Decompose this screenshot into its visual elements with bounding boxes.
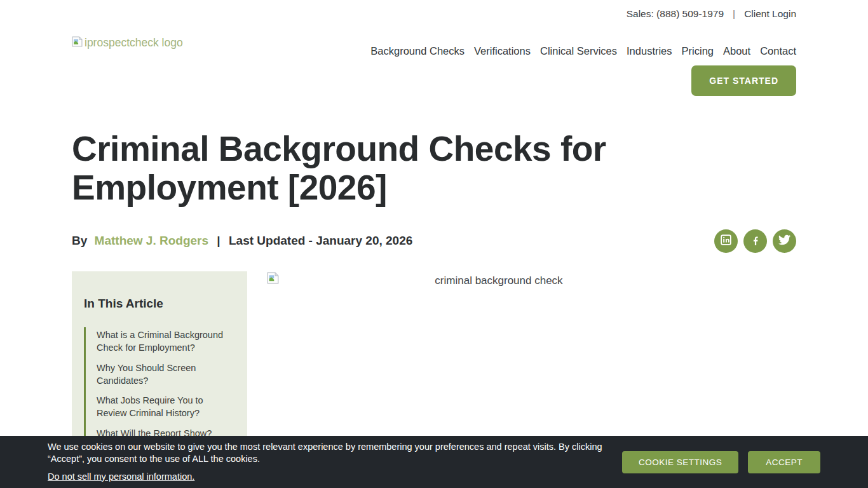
linkedin-icon: [720, 234, 732, 248]
nav-item-pricing[interactable]: Pricing: [682, 45, 714, 57]
toc-item: Why You Should Screen Candidates?: [97, 362, 233, 388]
hero-image-alt-text: criminal background check: [267, 271, 731, 287]
nav-item-clinical-services[interactable]: Clinical Services: [540, 45, 617, 57]
twitter-icon: [778, 234, 790, 248]
client-login-link[interactable]: Client Login: [744, 8, 796, 20]
broken-image-icon: [72, 36, 83, 50]
nav-item-about[interactable]: About: [723, 45, 750, 57]
nav-item-verifications[interactable]: Verifications: [474, 45, 531, 57]
page-title: Criminal Background Checks for Employmen…: [72, 130, 701, 207]
do-not-sell-link[interactable]: Do not sell my personal information.: [48, 471, 194, 483]
facebook-icon: [749, 234, 762, 248]
article: Criminal Background Checks for Employmen…: [0, 130, 868, 488]
toc-item: What Jobs Require You to Review Criminal…: [97, 394, 233, 420]
byline-prefix: By: [72, 234, 87, 247]
cookie-message: We use cookies on our website to give yo…: [48, 441, 612, 465]
toc-heading: In This Article: [84, 297, 233, 311]
last-updated: Last Updated - January 20, 2026: [229, 234, 412, 247]
cookie-text-block: We use cookies on our website to give yo…: [48, 441, 612, 482]
toc-link-why-screen[interactable]: Why You Should Screen Candidates?: [97, 363, 196, 386]
linkedin-share-button[interactable]: [714, 229, 738, 253]
twitter-share-button[interactable]: [773, 229, 796, 253]
site-logo[interactable]: iprospectcheck logo: [72, 36, 183, 50]
facebook-share-button[interactable]: [743, 229, 767, 253]
header-right: Background Checks Verifications Clinical…: [370, 24, 796, 96]
byline: By Matthew J. Rodgers | Last Updated - J…: [72, 234, 412, 248]
nav-item-contact[interactable]: Contact: [760, 45, 796, 57]
toc-link-what-jobs[interactable]: What Jobs Require You to Review Criminal…: [97, 395, 203, 418]
nav-item-industries[interactable]: Industries: [627, 45, 672, 57]
hero-image-broken: criminal background check: [267, 271, 731, 287]
accept-cookies-button[interactable]: ACCEPT: [748, 451, 820, 473]
topbar-divider: |: [733, 8, 735, 20]
site-header: iprospectcheck logo Background Checks Ve…: [0, 24, 868, 96]
toc-item: What is a Criminal Background Check for …: [97, 329, 233, 355]
toc-link-what-is[interactable]: What is a Criminal Background Check for …: [97, 330, 223, 353]
cookie-buttons: COOKIE SETTINGS ACCEPT: [622, 451, 820, 473]
sales-phone-link[interactable]: Sales: (888) 509-1979: [627, 8, 724, 20]
cookie-consent-bar: We use cookies on our website to give yo…: [0, 436, 868, 488]
social-share: [714, 229, 796, 253]
byline-separator: |: [217, 234, 220, 247]
logo-alt-text: iprospectcheck logo: [85, 36, 183, 50]
utility-bar: Sales: (888) 509-1979 | Client Login: [0, 0, 868, 24]
broken-image-icon: [267, 272, 279, 287]
author-link[interactable]: Matthew J. Rodgers: [95, 234, 208, 247]
nav-item-background-checks[interactable]: Background Checks: [370, 45, 465, 57]
cookie-settings-button[interactable]: COOKIE SETTINGS: [622, 451, 738, 473]
get-started-button[interactable]: GET STARTED: [691, 65, 796, 96]
main-nav: Background Checks Verifications Clinical…: [370, 45, 796, 57]
byline-row: By Matthew J. Rodgers | Last Updated - J…: [72, 222, 796, 260]
